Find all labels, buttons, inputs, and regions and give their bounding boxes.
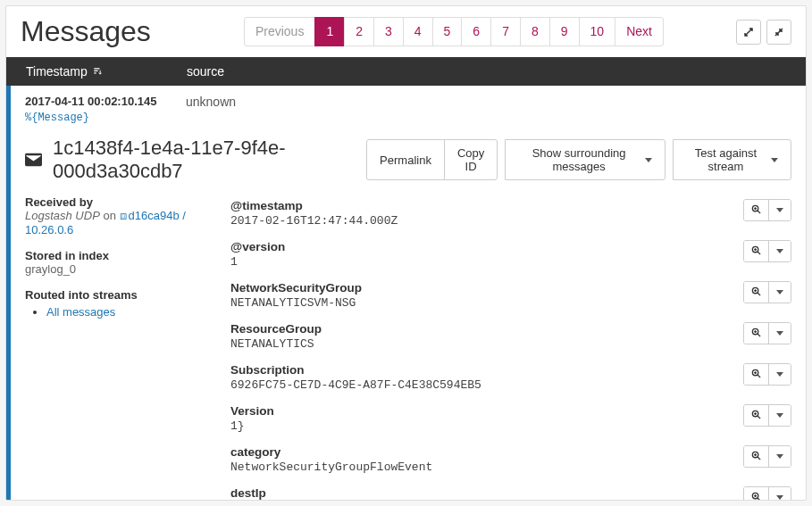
- page-2[interactable]: 2: [344, 17, 374, 47]
- svg-line-8: [758, 252, 760, 254]
- page-9[interactable]: 9: [549, 17, 580, 47]
- field-row: destIp10.2.0.4: [230, 483, 791, 501]
- zoom-button[interactable]: [744, 323, 768, 344]
- page-3[interactable]: 3: [373, 17, 404, 47]
- copy-id-button[interactable]: Copy ID: [444, 139, 498, 180]
- caret-down-icon: [771, 158, 778, 162]
- svg-line-12: [758, 293, 760, 295]
- field-row: @version1: [230, 236, 791, 278]
- caret-down-icon: [776, 372, 783, 377]
- field-row: categoryNetworkSecurityGroupFlowEvent: [230, 442, 791, 483]
- message-timestamp: 2017-04-11 00:02:10.145: [25, 95, 186, 108]
- svg-rect-0: [94, 68, 99, 69]
- field-value: NetworkSecurityGroupFlowEvent: [230, 460, 732, 474]
- field-menu-button[interactable]: [768, 323, 791, 344]
- message-id: 1c1438f4-1e4a-11e7-9f4e-000d3a30cdb7: [53, 137, 366, 183]
- expand-button[interactable]: [736, 20, 761, 45]
- permalink-button[interactable]: Permalink: [366, 139, 445, 180]
- column-timestamp-label: Timestamp: [26, 64, 88, 79]
- field-menu-button[interactable]: [768, 200, 791, 220]
- field-name: ResourceGroup: [230, 322, 732, 336]
- page-4[interactable]: 4: [403, 17, 433, 47]
- field-actions: [743, 404, 791, 427]
- surrounding-button[interactable]: Show surrounding messages: [505, 139, 666, 180]
- field-actions: [743, 363, 791, 386]
- field-name: Subscription: [230, 363, 732, 377]
- page-title: Messages: [21, 15, 151, 48]
- caret-down-icon: [776, 331, 783, 336]
- column-source-label: source: [187, 64, 224, 79]
- column-source[interactable]: source: [187, 64, 791, 79]
- field-actions: [743, 281, 791, 303]
- caret-down-icon: [776, 495, 783, 500]
- field-row: ResourceGroupNETANALYTICS: [230, 319, 791, 360]
- zoom-button[interactable]: [744, 241, 768, 261]
- field-row: NetworkSecurityGroupNETANALYTICSVM-NSG: [230, 278, 791, 319]
- page-8[interactable]: 8: [520, 17, 550, 47]
- field-value: NETANALYTICS: [230, 337, 732, 351]
- field-value: 1}: [230, 419, 732, 433]
- received-by-input: Logstash UDP: [25, 209, 100, 222]
- field-actions: [743, 199, 791, 221]
- field-actions: [743, 486, 791, 501]
- page-5[interactable]: 5: [432, 17, 463, 47]
- field-value: 1: [230, 255, 732, 269]
- zoom-button[interactable]: [744, 200, 768, 220]
- field-name: @version: [230, 240, 732, 253]
- svg-line-28: [758, 457, 760, 460]
- collapse-button[interactable]: [766, 20, 791, 45]
- stored-in-value: graylog_0: [25, 262, 213, 276]
- page-prev[interactable]: Previous: [244, 17, 315, 47]
- stream-link[interactable]: All messages: [46, 305, 115, 319]
- field-name: category: [230, 445, 732, 459]
- received-by-label: Received by: [25, 195, 213, 209]
- zoom-button[interactable]: [744, 446, 768, 467]
- field-menu-button[interactable]: [768, 405, 791, 426]
- svg-line-32: [758, 498, 760, 501]
- field-menu-button[interactable]: [768, 282, 791, 303]
- pagination: Previous12345678910Next: [245, 17, 664, 47]
- page-6[interactable]: 6: [461, 17, 491, 47]
- page-next[interactable]: Next: [615, 17, 664, 47]
- field-menu-button[interactable]: [768, 241, 791, 261]
- field-row: Subscription6926FC75-CE7D-4C9E-A87F-C4E3…: [230, 360, 791, 401]
- permalink-label: Permalink: [380, 153, 431, 167]
- svg-line-16: [758, 334, 760, 336]
- test-stream-label: Test against stream: [686, 146, 766, 173]
- svg-line-20: [758, 375, 760, 377]
- page-7[interactable]: 7: [490, 17, 521, 47]
- stream-item: All messages: [46, 305, 213, 319]
- copy-id-label: Copy ID: [457, 146, 484, 173]
- field-actions: [743, 240, 791, 262]
- caret-down-icon: [645, 158, 652, 162]
- zoom-icon: [751, 286, 761, 299]
- page-1[interactable]: 1: [314, 17, 345, 47]
- zoom-button[interactable]: [744, 487, 768, 501]
- surrounding-label: Show surrounding messages: [518, 146, 640, 173]
- zoom-icon: [751, 203, 761, 217]
- svg-rect-1: [94, 71, 97, 71]
- field-menu-button[interactable]: [768, 364, 791, 385]
- zoom-button[interactable]: [744, 405, 768, 426]
- zoom-button[interactable]: [744, 364, 768, 385]
- column-timestamp[interactable]: Timestamp: [26, 64, 187, 79]
- page-10[interactable]: 10: [579, 17, 616, 47]
- received-on-text: on: [103, 209, 115, 222]
- zoom-button[interactable]: [744, 282, 768, 303]
- svg-line-4: [758, 211, 760, 213]
- caret-down-icon: [776, 454, 783, 459]
- field-menu-button[interactable]: [768, 487, 791, 501]
- field-row: Version1}: [230, 401, 791, 442]
- sort-desc-icon: [93, 67, 102, 76]
- field-value: 2017-02-16T12:47:44.000Z: [230, 214, 732, 228]
- stored-in-label: Stored in index: [25, 249, 213, 262]
- field-name: destIp: [230, 486, 732, 500]
- message-row[interactable]: 2017-04-11 00:02:10.145 %{Message} unkno…: [6, 86, 806, 126]
- test-stream-button[interactable]: Test against stream: [673, 139, 791, 180]
- field-menu-button[interactable]: [768, 446, 791, 467]
- field-name: NetworkSecurityGroup: [230, 281, 732, 294]
- caret-down-icon: [776, 249, 783, 253]
- table-header: Timestamp source: [6, 57, 806, 86]
- message-source: unknown: [186, 95, 791, 124]
- field-actions: [743, 445, 791, 468]
